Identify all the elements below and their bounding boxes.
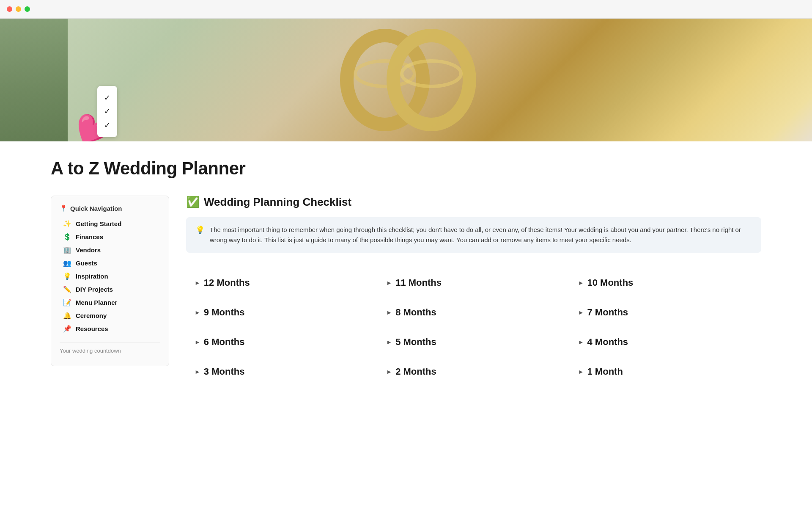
- month-item-7[interactable]: ► 7 Months: [570, 298, 761, 327]
- month-item-5[interactable]: ► 5 Months: [378, 327, 569, 357]
- month-9-label: 9 Months: [204, 307, 245, 318]
- svg-point-1: [355, 61, 414, 86]
- ceremony-icon: 🔔: [63, 312, 71, 320]
- sidebar-item-guests[interactable]: 👥 Guests: [60, 257, 160, 270]
- month-3-label: 3 Months: [204, 366, 245, 377]
- info-box: 💡 The most important thing to remember w…: [186, 217, 761, 253]
- month-item-2[interactable]: ► 2 Months: [378, 357, 569, 387]
- hero-banner: 💕 ✓ ✓ ✓: [0, 19, 812, 141]
- month-6-arrow: ►: [195, 339, 200, 345]
- month-1-label: 1 Month: [587, 366, 623, 377]
- info-icon: 💡: [195, 225, 205, 235]
- month-12-label: 12 Months: [204, 277, 250, 288]
- checklist-icon: ✓ ✓ ✓: [97, 86, 117, 137]
- svg-point-3: [402, 61, 461, 86]
- month-11-arrow: ►: [386, 279, 392, 286]
- sidebar-item-ceremony[interactable]: 🔔 Ceremony: [60, 309, 160, 322]
- month-2-arrow: ►: [386, 368, 392, 375]
- month-item-1[interactable]: ► 1 Month: [570, 357, 761, 387]
- minimize-button[interactable]: [16, 6, 21, 12]
- month-4-arrow: ►: [578, 339, 584, 345]
- sidebar-navigation: 📍 Quick Navigation ✨ Getting Started 💲 F…: [51, 196, 169, 366]
- navigation-icon: 📍: [60, 204, 68, 212]
- month-5-arrow: ►: [386, 339, 392, 345]
- month-3-arrow: ►: [195, 368, 200, 375]
- month-item-4[interactable]: ► 4 Months: [570, 327, 761, 357]
- two-column-layout: 📍 Quick Navigation ✨ Getting Started 💲 F…: [51, 196, 761, 387]
- month-12-arrow: ►: [195, 279, 200, 286]
- month-7-label: 7 Months: [587, 307, 628, 318]
- countdown-label: Your wedding countdown: [60, 348, 160, 354]
- month-item-11[interactable]: ► 11 Months: [378, 268, 569, 298]
- maximize-button[interactable]: [25, 6, 30, 12]
- month-4-label: 4 Months: [587, 337, 628, 348]
- rings-decoration: [300, 25, 512, 135]
- month-8-arrow: ►: [386, 309, 392, 316]
- checklist-title-text: Wedding Planning Checklist: [204, 196, 351, 209]
- month-9-arrow: ►: [195, 309, 200, 316]
- getting-started-icon: ✨: [63, 220, 71, 228]
- month-1-arrow: ►: [578, 368, 584, 375]
- month-7-arrow: ►: [578, 309, 584, 316]
- month-item-12[interactable]: ► 12 Months: [186, 268, 378, 298]
- month-11-label: 11 Months: [395, 277, 442, 288]
- countdown-section: Your wedding countdown: [60, 342, 160, 354]
- page-title: A to Z Wedding Planner: [51, 158, 761, 179]
- month-2-label: 2 Months: [395, 366, 436, 377]
- close-button[interactable]: [7, 6, 12, 12]
- inspiration-icon: 💡: [63, 272, 71, 280]
- month-6-label: 6 Months: [204, 337, 245, 348]
- month-10-arrow: ►: [578, 279, 584, 286]
- month-8-label: 8 Months: [395, 307, 436, 318]
- menu-icon: 📝: [63, 298, 71, 306]
- month-grid: ► 12 Months ► 11 Months ► 10 Months ► 9 …: [186, 268, 761, 387]
- sidebar-item-vendors[interactable]: 🏢 Vendors: [60, 243, 160, 257]
- checklist-area: ✅ Wedding Planning Checklist 💡 The most …: [186, 196, 761, 387]
- sidebar-item-resources[interactable]: 📌 Resources: [60, 322, 160, 335]
- sidebar-item-finances[interactable]: 💲 Finances: [60, 230, 160, 243]
- month-item-10[interactable]: ► 10 Months: [570, 268, 761, 298]
- resources-icon: 📌: [63, 325, 71, 333]
- month-5-label: 5 Months: [395, 337, 436, 348]
- finances-icon: 💲: [63, 233, 71, 241]
- checklist-title: ✅ Wedding Planning Checklist: [186, 196, 761, 209]
- month-10-label: 10 Months: [587, 277, 634, 288]
- vendors-icon: 🏢: [63, 246, 71, 254]
- sidebar-item-inspiration[interactable]: 💡 Inspiration: [60, 270, 160, 283]
- month-item-6[interactable]: ► 6 Months: [186, 327, 378, 357]
- diy-icon: ✏️: [63, 285, 71, 293]
- sidebar-title: 📍 Quick Navigation: [60, 204, 160, 212]
- sidebar-item-getting-started[interactable]: ✨ Getting Started: [60, 217, 160, 230]
- month-item-8[interactable]: ► 8 Months: [378, 298, 569, 327]
- month-item-3[interactable]: ► 3 Months: [186, 357, 378, 387]
- sidebar-item-menu-planner[interactable]: 📝 Menu Planner: [60, 296, 160, 309]
- month-item-9[interactable]: ► 9 Months: [186, 298, 378, 327]
- hero-left-accent: [0, 19, 68, 141]
- sidebar-item-diy-projects[interactable]: ✏️ DIY Projects: [60, 283, 160, 296]
- guests-icon: 👥: [63, 259, 71, 267]
- checklist-title-emoji: ✅: [186, 196, 200, 209]
- main-content: A to Z Wedding Planner 📍 Quick Navigatio…: [0, 141, 812, 403]
- window-chrome: [0, 0, 812, 19]
- page-wrapper: 💕 ✓ ✓ ✓ A to Z Wedding Planner 📍 Quick N…: [0, 19, 812, 508]
- info-text: The most important thing to remember whe…: [210, 225, 752, 245]
